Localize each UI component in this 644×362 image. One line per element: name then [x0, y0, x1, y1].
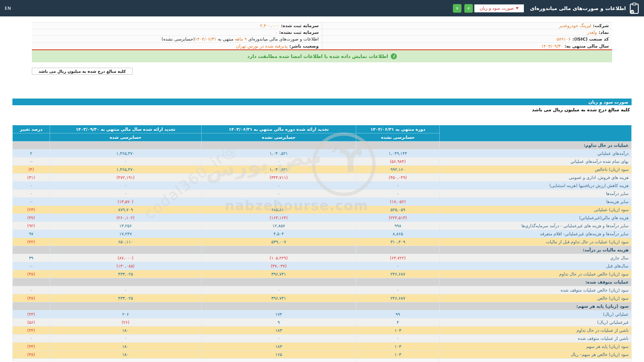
section-header-row: عملیات در حال تداوم: — [13, 141, 632, 149]
table-row: سال جاري(۶۳,۷۲۲)(۱۰۵,۲۲۹)(۸۷,۰۰۰)۳۹ — [13, 254, 632, 262]
cell-value: ۹۹۸ — [356, 222, 440, 230]
cell-value: (۴۷۲,۱۹۱) — [50, 174, 201, 182]
cell-value: ۲۴۶,۶۸۷ — [356, 270, 440, 278]
period-prefix: اطلاعات و صورت‌های مالی میاندوره‌ای — [248, 37, 319, 42]
table-row: ناشي از عملیات متوقف شده۰۰۰۰ — [13, 335, 632, 343]
cell-value — [201, 302, 356, 310]
next-statement-button[interactable]: › — [464, 4, 473, 13]
table-row: درآمدهاي عملياتي۱,۰۴۹,۱۴۴۱,۰۳۰,۵۲۱۱,۳۶۵,… — [13, 149, 632, 158]
registered-capital-value: ۲,۴۰۰,۰۰۰ — [260, 23, 279, 28]
section-header-row: سود (زیان) پایه هر سهم: — [13, 302, 632, 310]
cell-value — [13, 246, 50, 254]
cell-label: سود (زیان) خالص عملیات در حال تداوم — [440, 270, 632, 278]
cell-value: (۴۲) — [13, 238, 50, 246]
section-header-row: عملیات متوقف شده: — [13, 278, 632, 286]
cell-value: ۱,۰۳۰,۵۲۱ — [201, 166, 356, 174]
cell-value: (۴۴) — [13, 343, 50, 351]
symbol-label: نماد: — [599, 30, 609, 35]
table-row: سود (زیان) خالص عملیات در حال تداوم۲۴۶,۶… — [13, 270, 632, 278]
cell-value: ۶۸۵,۸۱۰ — [201, 206, 356, 214]
info-icon: i — [391, 53, 397, 59]
cell-label: هزینه های فروش، اداری و عمومی — [440, 174, 632, 182]
cell-value: ۲ — [13, 149, 50, 158]
cell-value: (۳۷,۰۳۷) — [201, 262, 356, 270]
col-header-period-3: تجدید ارائه شده سال مالي منتهي به ۱۴۰۳/۰… — [50, 125, 201, 133]
signature-match-text: اطلاعات نمایش داده شده با اطلاعات امضا ش… — [247, 54, 388, 59]
table-row: سایر درآمدها و هزینه های غیرعملیاتی - در… — [13, 222, 632, 230]
cell-value: (۳۸) — [13, 270, 50, 278]
cell-value: ۱۰۳ — [356, 326, 440, 335]
cell-value — [50, 302, 201, 310]
table-row: سود (زیان) خالص۲۴۶,۶۸۷۳۹۶,۷۴۱۴۳۳,۰۲۵(۳۸) — [13, 294, 632, 302]
cell-label: سال جاري — [440, 254, 632, 262]
section-header-row: هزینه مالیات بر درآمد: — [13, 246, 632, 254]
cell-value: ۰ — [201, 190, 356, 198]
symbol-row: نماد: ولغدر — [322, 29, 612, 36]
cell-value: ۰ — [13, 182, 50, 190]
cell-label: ناشي از عملیات متوقف شده — [440, 335, 632, 343]
period-months: ۹ ماهه — [235, 37, 247, 42]
col-header-description — [440, 125, 632, 141]
cell-label — [440, 359, 632, 362]
cell-value: ۱,۰۳۰,۵۲۱ — [201, 149, 356, 158]
cell-value — [50, 246, 201, 254]
unregistered-capital-label: سرمایه ثبت نشده: — [279, 30, 319, 35]
top-navigation-bar: اطلاعات و صورت‌های مالی میاندوره‌ای ▼ صو… — [0, 0, 644, 16]
period-end-date: ۱۴۰۴/۰۶/۳۱ — [195, 37, 217, 42]
cell-value: ۰ — [50, 286, 201, 294]
signature-match-banner: i اطلاعات نمایش داده شده با اطلاعات امضا… — [32, 50, 612, 62]
cell-value: ۱۰۳ — [356, 351, 440, 359]
cell-value: (۳۴۴,۷۱۱) — [201, 174, 356, 182]
cell-value: ۴,۵۰۴ — [201, 230, 356, 238]
cell-value: (۴۴) — [13, 326, 50, 335]
table-row: هزینه هاي مالي(غیرعملیاتي)(۲۲۴,۵۱۳)(۱۶۴,… — [13, 214, 632, 222]
table-row: سایر هزینه‌ها(۱۷,۰۵۲)۰(۱۳,۵۷۰)-- — [13, 198, 632, 206]
table-row: سود (زیان) عملیات در حال تداوم قبل از ما… — [13, 238, 632, 246]
cell-value: ۸۷۹,۷۰۹ — [50, 206, 201, 214]
company-value: لیزینگ خودروغدیر — [559, 23, 591, 28]
cell-value: ۱,۳۶۵,۴۷۰ — [50, 149, 201, 158]
cell-value — [201, 278, 356, 286]
language-toggle-en[interactable]: EN — [5, 6, 11, 11]
previous-statement-button[interactable]: ‹ — [453, 4, 462, 13]
cell-value: (۱۳,۵۷۰) — [50, 198, 201, 206]
cell-value: ۳۹۶,۷۴۱ — [201, 270, 356, 278]
col-header-period-1: دوره منتهي به ۱۴۰۴/۰۶/۳۱ — [356, 125, 440, 133]
cell-value: ۰ — [356, 190, 440, 198]
col-subheader-audit-1: حسابرسی نشده — [356, 133, 440, 141]
table-row: غیرعملیاتي (ریال)۴۹(۲۶)(۵۶) — [13, 318, 632, 326]
table-row: سود (زیان) ناخالص۹۹۲,۱۶۰۱,۰۳۰,۵۲۱۱,۳۶۵,۴… — [13, 166, 632, 174]
cell-value: ۳۹۶,۷۴۱ — [201, 294, 356, 302]
fiscal-year-label: سال مالی منتهی به: — [565, 44, 609, 49]
cell-value: ۱۷۴ — [201, 310, 356, 318]
cell-value — [13, 302, 50, 310]
cell-value — [50, 278, 201, 286]
section-header-label: عملیات متوقف شده: — [440, 278, 632, 286]
publisher-status-row: وضعیت ناشر: پذیرفته شده در بورس تهران — [32, 43, 322, 49]
cell-value: ۹۹ — [356, 310, 440, 318]
cell-value: ۴ — [356, 318, 440, 326]
cell-label: سود (زیان) خالص — [440, 294, 632, 302]
company-info-right-column: شرکت: لیزینگ خودروغدیر نماد: ولغدر کد صن… — [322, 22, 612, 49]
cell-value: (۴۳) — [13, 310, 50, 318]
cell-value: ۱۶۵ — [201, 351, 356, 359]
cell-value: ۰ — [13, 335, 50, 343]
company-label: شرکت: — [593, 23, 609, 28]
cell-value: (۵۶,۹۸۴) — [356, 158, 440, 166]
cell-value: ۱۰۳ — [356, 343, 440, 351]
cell-value: ۴۳۳,۰۲۵ — [50, 270, 201, 278]
statement-type-dropdown[interactable]: ▼ صورت سود و زیان — [474, 4, 524, 12]
isic-value: ۵۸۹۱۰۶ — [556, 37, 571, 42]
cell-value: (۳۸) — [13, 294, 50, 302]
cell-label: هزینه هاي مالي(غیرعملیاتي) — [440, 214, 632, 222]
cell-value: (۳۸) — [13, 351, 50, 359]
cell-value: ۰ — [50, 158, 201, 166]
cell-value: (۳۱) — [13, 174, 50, 182]
unregistered-capital-value: ۰ — [275, 30, 277, 35]
cell-label: سود (زیان) خالص هر سهم– ریال — [440, 351, 632, 359]
cell-value: ۱۸۳ — [201, 343, 356, 351]
cell-value — [13, 359, 50, 362]
cell-value: ۰ — [356, 335, 440, 343]
cell-label: ناشي از عملیات در حال تداوم — [440, 326, 632, 335]
cell-value: ۰ — [201, 286, 356, 294]
